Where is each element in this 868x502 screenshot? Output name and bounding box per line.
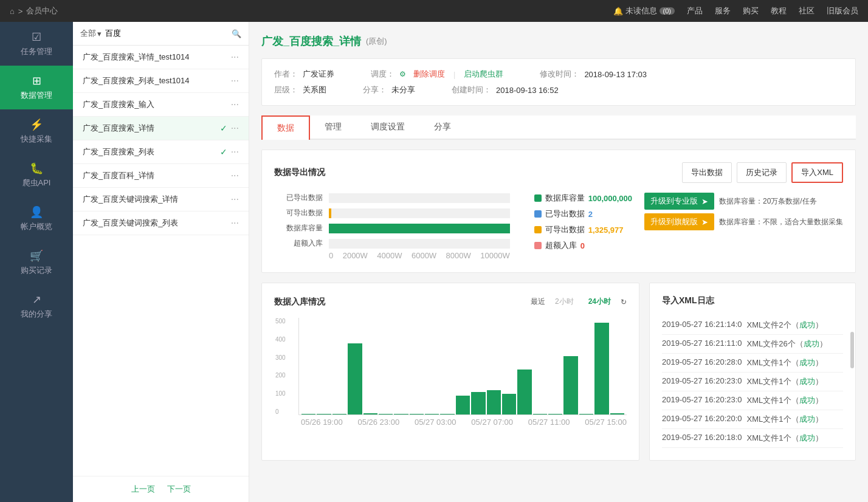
bell-icon[interactable]: 🔔 [613,7,623,16]
hist-bar[interactable] [579,414,593,414]
export-data-button[interactable]: 导出数据 [682,162,732,183]
log-time: 2019-05-27 16:20:18:0 [662,433,742,444]
xml-log-item: 2019-05-27 16:21:11:0XML文件26个（成功） [662,335,843,354]
list-item[interactable]: 广发_百度搜索_列表 ✓ ··· [73,140,249,164]
hist-bar[interactable] [394,414,408,414]
list-item[interactable]: 广发_百度搜索_输入 ··· [73,93,249,117]
time-2h-button[interactable]: 2小时 [550,295,579,308]
more-icon[interactable]: ··· [231,218,239,229]
hist-bar[interactable] [471,392,485,414]
search-input[interactable] [105,29,228,38]
scrollbar[interactable] [850,332,854,368]
legend-exportable-label: 可导出数据 [545,224,585,235]
more-icon[interactable]: ··· [231,99,239,110]
hist-bar[interactable] [487,390,501,414]
sidebar-item-tasks[interactable]: ☑ 任务管理 [0,22,73,66]
nav-service[interactable]: 服务 [715,5,731,16]
tab-data[interactable]: 数据 [261,115,310,140]
filter-dropdown[interactable]: 全部 ▾ [80,28,102,39]
detail-tabs: 数据 管理 调度设置 分享 [261,115,856,140]
export-actions: 导出数据 历史记录 导入XML [682,162,843,183]
bar-label: 可导出数据 [274,208,323,218]
delete-schedule-link[interactable]: 删除调度 [413,69,445,80]
xml-log-item: 2019-05-27 16:21:14:0XML文件2个（成功） [662,316,843,335]
time-24h-button[interactable]: 24小时 [584,295,616,308]
log-status: 成功 [799,320,815,329]
tab-schedule[interactable]: 调度设置 [356,115,419,139]
nav-community[interactable]: 社区 [799,5,815,16]
hist-bar[interactable] [379,414,393,414]
refresh-icon[interactable]: ↻ [621,298,627,306]
hist-bar[interactable] [533,414,547,414]
hist-bar[interactable] [425,414,439,414]
history-button[interactable]: 历史记录 [737,162,787,183]
create-time-item: 创建时间： 2018-09-13 16:52 [452,84,559,95]
hist-bar[interactable] [301,414,315,414]
xml-log-title: 导入XML日志 [662,295,714,306]
list-item[interactable]: 广发_百度关键词搜索_详情 ··· [73,188,249,211]
hist-bar[interactable] [332,414,346,414]
bar-chart-container: 已导出数据 可导出数据 [274,193,510,260]
nav-product[interactable]: 产品 [687,5,703,16]
nav-buy[interactable]: 购买 [743,5,759,16]
hist-bar[interactable] [610,413,624,414]
list-item-active[interactable]: 广发_百度搜索_详情 ✓ ··· [73,117,249,140]
tab-manage[interactable]: 管理 [310,115,356,139]
hist-bar[interactable] [440,414,454,414]
arrow-right-icon: ➤ [701,218,708,227]
hist-bar[interactable] [317,414,331,414]
prev-page[interactable]: 上一页 [131,484,155,495]
more-icon[interactable]: ··· [231,170,239,181]
bar-row-capacity: 数据库容量 [274,223,510,233]
hist-bar[interactable] [363,413,377,414]
axis-0: 0 [329,251,333,260]
more-icon[interactable]: ··· [231,123,239,134]
sidebar-item-spider[interactable]: 🐛 爬虫API [0,153,73,197]
bar-fill [329,224,510,233]
member-center-label[interactable]: 会员中心 [26,5,58,16]
x-label-2: 05/27 03:00 [415,418,456,427]
more-icon[interactable]: ··· [231,75,239,86]
upgrade-pro-button[interactable]: 升级到专业版 ➤ [644,193,714,210]
bell-area: 🔔 未读信息 (0) [613,5,675,16]
xml-log-header: 导入XML日志 [662,295,843,306]
sidebar-item-share[interactable]: ↗ 我的分享 [0,284,73,328]
more-icon[interactable]: ··· [231,146,239,157]
bar-track [329,239,510,249]
create-time-value: 2018-09-13 16:52 [496,86,559,95]
share-icon: ↗ [32,293,41,306]
bar-track [329,224,510,233]
hist-bar[interactable] [563,356,577,414]
legend-capacity-label: 数据库容量 [545,193,585,204]
next-page[interactable]: 下一页 [167,484,191,495]
hist-bar[interactable] [594,323,608,414]
more-icon[interactable]: ··· [231,194,239,205]
tab-share[interactable]: 分享 [419,115,466,139]
import-xml-button[interactable]: 导入XML [791,162,843,183]
list-item[interactable]: 广发_百度百科_详情 ··· [73,164,249,188]
sidebar-item-data[interactable]: ⊞ 数据管理 [0,66,73,109]
sidebar-item-quick[interactable]: ⚡ 快捷采集 [0,109,73,153]
hist-bar[interactable] [502,394,516,414]
bar-track [329,208,510,218]
export-content: 已导出数据 可导出数据 [274,193,843,260]
hist-bar[interactable] [517,370,531,414]
sidebar-item-account[interactable]: 👤 帐户概览 [0,197,73,241]
spider-icon: 🐛 [30,162,43,175]
nav-old[interactable]: 旧版会员 [827,5,858,16]
hist-bar[interactable] [348,343,362,414]
start-spider-link[interactable]: 启动爬虫群 [464,69,503,80]
hist-bar[interactable] [456,396,470,414]
hist-bar[interactable] [410,414,424,414]
sidebar-item-purchase[interactable]: 🛒 购买记录 [0,241,73,284]
search-icon[interactable]: 🔍 [232,29,241,38]
nav-tutorial[interactable]: 教程 [771,5,787,16]
hist-bar[interactable] [548,414,562,414]
list-item[interactable]: 广发_百度搜索_详情_test1014 ··· [73,46,249,69]
list-item[interactable]: 广发_百度关键词搜索_列表 ··· [73,211,249,235]
upgrade-flagship-button[interactable]: 升级到旗舰版 ➤ [644,213,714,230]
filter-label: 全部 [80,28,96,39]
more-icon[interactable]: ··· [231,52,239,63]
list-item[interactable]: 广发_百度搜索_列表_test1014 ··· [73,69,249,93]
home-icon[interactable]: ⌂ [10,7,15,16]
